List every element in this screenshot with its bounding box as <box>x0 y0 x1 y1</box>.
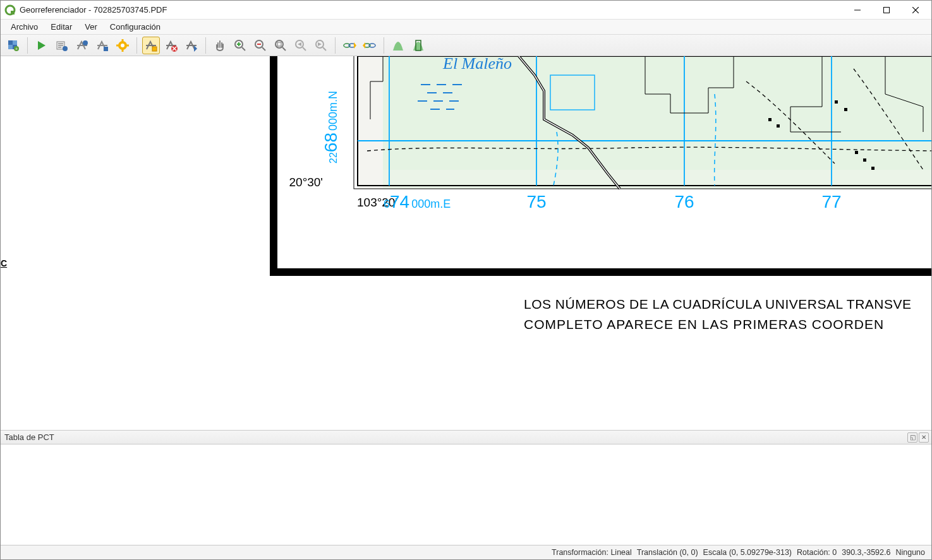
svg-rect-55 <box>358 56 383 189</box>
svg-rect-77 <box>844 108 847 111</box>
toolbar-separator <box>136 37 137 54</box>
svg-marker-46 <box>354 42 356 49</box>
menu-archivo[interactable]: Archivo <box>4 21 44 33</box>
status-coords: 390.3,-3592.6 <box>842 548 890 557</box>
svg-rect-54 <box>358 56 931 189</box>
grid-label-75: 75 <box>526 192 546 211</box>
full-histogram-button[interactable] <box>389 37 407 54</box>
svg-rect-37 <box>277 42 281 46</box>
save-gcp-button[interactable] <box>94 37 111 54</box>
svg-rect-78 <box>855 151 858 154</box>
statusbar: Transformación: Lineal Translación (0, 0… <box>1 545 931 559</box>
lat-label: 20°30' <box>289 176 324 189</box>
close-button[interactable] <box>901 1 930 20</box>
panel-close-button[interactable]: ✕ <box>919 432 929 443</box>
gcp-panel-header: Tabla de PCT ◱ ✕ <box>1 431 931 444</box>
note-line-1: LOS NÚMEROS DE LA CUADRÍCULA UNIVERSAL T… <box>524 297 912 311</box>
svg-line-39 <box>303 47 306 51</box>
minimize-button[interactable] <box>843 1 872 20</box>
status-rotation: Rotación: 0 <box>797 548 837 557</box>
link-georef-to-qgis-button[interactable] <box>341 37 358 54</box>
zoom-next-button[interactable] <box>312 37 330 54</box>
status-transform: Transformación: Lineal <box>552 548 632 557</box>
panel-float-button[interactable]: ◱ <box>907 432 917 443</box>
open-raster-button[interactable]: + <box>4 37 22 54</box>
transformation-settings-button[interactable] <box>114 37 131 54</box>
generate-script-button[interactable] <box>53 37 71 54</box>
window-title: Georreferenciador - 702825703745.PDF <box>20 5 843 15</box>
svg-point-18 <box>121 44 124 47</box>
svg-rect-52 <box>270 56 277 276</box>
svg-point-14 <box>63 46 68 51</box>
note-line-2: COMPLETO APARECE EN LAS PRIMERAS COORDEN <box>524 317 884 331</box>
svg-marker-49 <box>363 42 365 49</box>
menu-editar[interactable]: Editar <box>44 21 78 33</box>
svg-rect-1 <box>11 11 15 15</box>
place-label: El Maleño <box>442 56 512 73</box>
svg-rect-74 <box>768 118 772 121</box>
start-georef-button[interactable] <box>33 37 51 54</box>
maximize-button[interactable] <box>872 1 901 20</box>
svg-rect-53 <box>270 268 931 276</box>
menubar: Archivo Editar Ver Configuración <box>1 20 931 35</box>
window-buttons <box>843 1 930 20</box>
add-point-button[interactable] <box>142 37 160 54</box>
svg-rect-6 <box>8 40 13 45</box>
menu-ver[interactable]: Ver <box>78 21 104 33</box>
svg-rect-16 <box>104 47 108 51</box>
gcp-table[interactable] <box>1 444 931 545</box>
svg-text:+: + <box>15 47 18 51</box>
map-raster: El Maleño 20°30' 2268000m.N 103°20' 6740… <box>1 56 931 384</box>
svg-marker-12 <box>38 41 45 50</box>
svg-rect-8 <box>8 45 13 49</box>
svg-marker-27 <box>194 45 197 52</box>
load-gcp-button[interactable] <box>73 37 91 54</box>
link-qgis-to-georef-button[interactable] <box>361 37 378 54</box>
map-canvas[interactable]: C <box>1 56 931 431</box>
menu-configuracion[interactable]: Configuración <box>104 21 167 33</box>
toolbar-separator <box>205 37 206 54</box>
grid-label-77: 77 <box>821 192 841 211</box>
zoom-last-button[interactable] <box>292 37 310 54</box>
svg-marker-40 <box>298 42 301 46</box>
status-translation: Translación (0, 0) <box>637 548 698 557</box>
svg-point-35 <box>275 40 283 48</box>
svg-line-42 <box>323 47 326 51</box>
svg-point-15 <box>83 40 88 45</box>
svg-rect-79 <box>863 158 866 162</box>
svg-rect-3 <box>884 7 890 13</box>
status-units: Ninguno <box>895 548 925 557</box>
toolbar-separator <box>335 37 336 54</box>
toolbar: + <box>1 35 931 56</box>
toolbar-separator <box>27 37 28 54</box>
zoom-in-button[interactable] <box>231 37 249 54</box>
svg-rect-75 <box>777 124 780 128</box>
qgis-icon <box>4 4 16 16</box>
svg-marker-43 <box>318 42 322 46</box>
svg-rect-76 <box>835 100 838 104</box>
zoom-out-button[interactable] <box>251 37 269 54</box>
svg-rect-80 <box>871 167 875 170</box>
gcp-panel-title: Tabla de PCT <box>4 432 906 442</box>
status-scale: Escala (0, 5.09279e-313) <box>703 548 792 557</box>
toolbar-separator <box>384 37 384 54</box>
zoom-layer-button[interactable] <box>272 37 289 54</box>
svg-rect-23 <box>152 47 157 51</box>
svg-line-29 <box>242 47 245 51</box>
svg-line-36 <box>282 47 286 51</box>
local-histogram-button[interactable] <box>409 37 427 54</box>
grid-label-76: 76 <box>674 192 694 211</box>
svg-line-33 <box>262 47 265 51</box>
move-point-button[interactable] <box>183 37 200 54</box>
pan-button[interactable] <box>211 37 229 54</box>
delete-point-button[interactable] <box>162 37 180 54</box>
svg-rect-7 <box>13 40 17 45</box>
titlebar: Georreferenciador - 702825703745.PDF <box>1 1 931 20</box>
